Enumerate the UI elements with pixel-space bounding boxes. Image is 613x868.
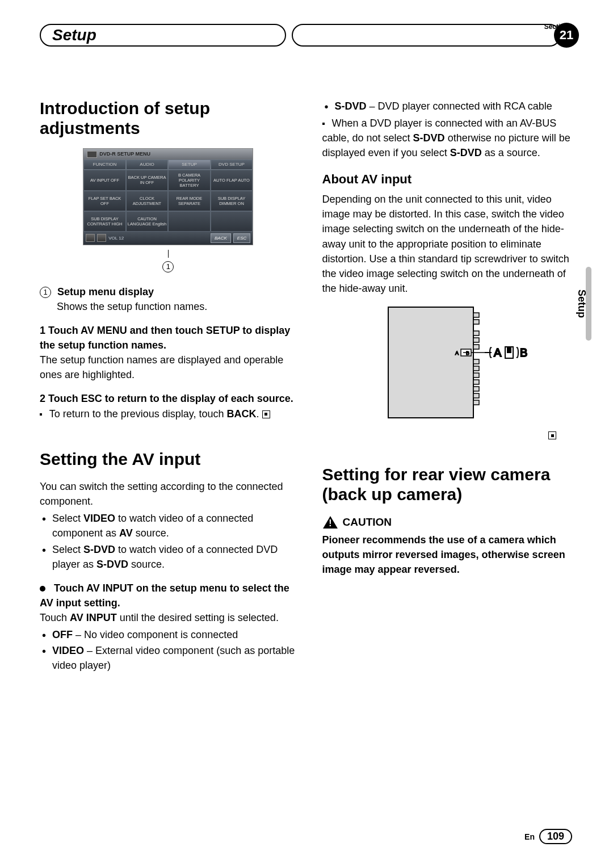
- svg-text:!: !: [329, 518, 331, 528]
- section-number-badge: 21: [554, 23, 579, 48]
- callout-1-icon: 1: [40, 287, 51, 298]
- dvd-icon: [87, 151, 97, 158]
- screenshot-cell: FLAP SET BACK OFF: [83, 191, 126, 211]
- filled-bullet-icon: [40, 586, 45, 592]
- hideaway-diagram: A B A B: [366, 303, 536, 422]
- screenshot-cell: [211, 211, 253, 232]
- svg-rect-6: [473, 359, 479, 364]
- heading-intro: Introduction of setup adjustments: [40, 99, 297, 138]
- header-right-pill: [292, 24, 561, 47]
- page-number: 109: [539, 829, 572, 844]
- screenshot-cell: AUTO FLAP AUTO: [211, 170, 253, 191]
- svg-text:A: A: [455, 350, 459, 356]
- screenshot-cell: SUB DISPLAY CONTRAST HIGH: [83, 211, 126, 232]
- svg-rect-10: [473, 387, 479, 391]
- section-end-icon: [548, 431, 556, 439]
- step-1-body: The setup function names are displayed a…: [40, 353, 297, 382]
- svg-rect-2: [473, 320, 479, 324]
- svg-rect-9: [473, 380, 479, 384]
- step-2-note-back: BACK: [227, 408, 257, 420]
- svg-rect-1: [473, 313, 479, 317]
- screenshot-cell: CLOCK ADJUSTMENT: [126, 191, 169, 211]
- screenshot-cell: BACK UP CAMERA IN OFF: [126, 170, 169, 191]
- page-footer: En 109: [524, 829, 572, 844]
- step-2-note-a: To return to the previous display, touch: [49, 408, 224, 420]
- step-2-note: To return to the previous display, touch…: [40, 406, 297, 421]
- caution-label: CAUTION: [343, 514, 392, 530]
- av-input-intro: You can switch the setting according to …: [40, 479, 297, 509]
- about-av-body: Depending on the unit connected to this …: [322, 192, 580, 296]
- svg-rect-5: [473, 345, 479, 349]
- screenshot-cell: B CAMERA POLARITY BATTERY: [168, 170, 211, 191]
- option-video: VIDEO – External video component (such a…: [52, 643, 297, 673]
- svg-rect-12: [473, 400, 479, 405]
- left-column: Introduction of setup adjustments DVD-R …: [40, 99, 297, 682]
- svg-rect-20: [507, 348, 511, 353]
- side-tab: Setup: [576, 290, 588, 403]
- note-bullet-icon: [40, 413, 42, 416]
- footer-lang: En: [524, 832, 535, 841]
- svg-rect-0: [388, 307, 473, 418]
- screenshot-esc-button: ESC: [233, 233, 250, 244]
- warning-icon: !: [322, 515, 338, 529]
- screenshot-title: DVD-R SETUP MENU: [99, 150, 150, 158]
- screenshot-cell: SUB DISPLAY DIMMER ON: [211, 191, 253, 211]
- step-2-heading: 2 Touch ESC to return to the display of …: [40, 391, 297, 406]
- screenshot-cell: REAR MODE SEPARATE: [168, 191, 211, 211]
- caution-row: ! CAUTION: [322, 514, 580, 530]
- screenshot-tab: AUDIO: [126, 160, 169, 170]
- step-1-heading: 1 Touch AV MENU and then touch SETUP to …: [40, 323, 297, 353]
- note-bullet-icon: [322, 123, 325, 125]
- screenshot-tab: FUNCTION: [83, 160, 126, 170]
- screenshot-cell: CAUTION LANGUAGE English: [126, 211, 169, 232]
- section-end-icon: [262, 410, 270, 418]
- heading-about-av: About AV input: [322, 170, 580, 188]
- svg-rect-11: [473, 393, 479, 398]
- figure-callout: 1: [40, 250, 297, 273]
- svg-rect-8: [473, 373, 479, 378]
- screenshot-cell: [168, 211, 211, 232]
- av-bullet-sdvd: Select S-DVD to watch video of a connect…: [52, 542, 297, 572]
- svg-text:B: B: [466, 350, 469, 356]
- heading-rear-camera: Setting for rear view camera (back up ca…: [322, 465, 580, 504]
- screenshot-back-button: BACK: [211, 233, 231, 244]
- svg-rect-3: [473, 331, 479, 336]
- setup-menu-screenshot: DVD-R SETUP MENU FUNCTION AUDIO SETUP DV…: [83, 148, 253, 245]
- heading-av-input: Setting the AV input: [40, 450, 297, 469]
- touch-av-input-body: Touch AV INPUT until the desired setting…: [40, 610, 297, 625]
- option-sdvd: S-DVD – DVD player connected with RCA ca…: [335, 99, 580, 114]
- down-arrow-icon: [86, 234, 95, 242]
- av-bullet-video: Select VIDEO to watch video of a connect…: [52, 511, 297, 540]
- screenshot-cell: AV INPUT OFF: [83, 170, 126, 191]
- caution-body: Pioneer recommends the use of a camera w…: [322, 532, 580, 577]
- option-off: OFF – No video component is connected: [52, 627, 297, 642]
- screenshot-volume: VOL 12: [108, 235, 124, 242]
- setup-menu-display-desc: Shows the setup function names.: [57, 299, 207, 314]
- header-left-pill: Setup: [40, 24, 286, 47]
- screenshot-tab: DVD SETUP: [211, 160, 253, 170]
- up-arrow-icon: [97, 234, 106, 242]
- page-header: Setup 21: [40, 23, 579, 48]
- header-title: Setup: [52, 26, 96, 44]
- touch-av-input-heading: Touch AV INPUT on the setup menu to sele…: [40, 581, 297, 610]
- callout-1-icon: 1: [162, 261, 174, 272]
- right-column: S-DVD – DVD player connected with RCA ca…: [322, 99, 580, 682]
- screenshot-tab: SETUP: [168, 160, 211, 170]
- svg-rect-7: [473, 366, 479, 371]
- setup-menu-display-label: Setup menu display: [57, 286, 154, 297]
- svg-text:A: A: [494, 346, 502, 359]
- sdvd-note: When a DVD player is connected with an A…: [322, 116, 580, 160]
- svg-text:B: B: [520, 346, 527, 359]
- svg-rect-4: [473, 338, 479, 342]
